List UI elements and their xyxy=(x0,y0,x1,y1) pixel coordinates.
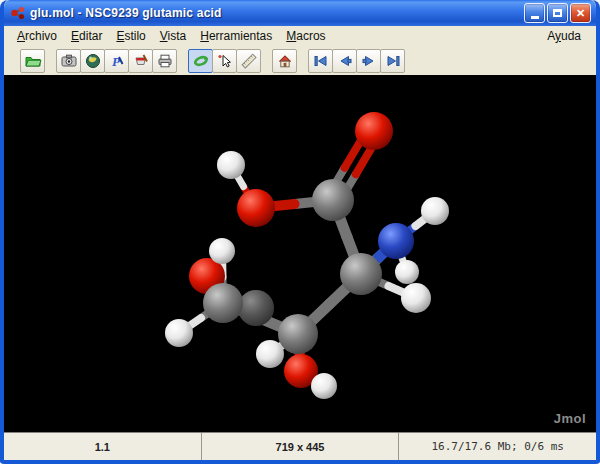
nav-next-button[interactable] xyxy=(356,49,381,73)
atom-o-o2[interactable] xyxy=(237,189,275,227)
nav-prev-icon xyxy=(336,52,354,70)
atom-h-h2[interactable] xyxy=(217,151,245,179)
rotate-icon xyxy=(192,52,210,70)
rotate-button[interactable] xyxy=(188,49,213,73)
menu-archivo[interactable]: Archivo xyxy=(10,28,64,44)
pick-icon xyxy=(216,52,234,70)
pick-button[interactable] xyxy=(212,49,237,73)
menu-ayuda[interactable]: Ayuda xyxy=(540,28,588,44)
nav-first-button[interactable] xyxy=(308,49,333,73)
menu-estilo[interactable]: Estilo xyxy=(109,28,152,44)
atom-n-n1[interactable] xyxy=(378,223,414,259)
minimize-icon xyxy=(531,16,539,19)
status-zoom: 1.1 xyxy=(4,433,202,460)
maximize-icon xyxy=(553,9,562,17)
status-bar: 1.1 719 x 445 16.7/17.6 Mb; 0/6 ms xyxy=(4,432,596,460)
atom-shadow xyxy=(238,290,274,326)
toolbar-group-2 xyxy=(188,49,261,73)
app-icon xyxy=(10,5,26,21)
print-icon xyxy=(156,52,174,70)
color-tool-button[interactable] xyxy=(128,49,153,73)
povray-export-button[interactable]: P xyxy=(104,49,129,73)
jmol-watermark: Jmol xyxy=(554,411,586,426)
camera-icon xyxy=(60,52,78,70)
jmol-window: glu.mol - NSC9239 glutamic acid ✕ Archiv… xyxy=(0,0,600,464)
povray-export-icon: P xyxy=(108,52,126,70)
open-folder-icon xyxy=(24,52,42,70)
atom-c-c5[interactable] xyxy=(203,283,243,323)
toolbar-group-4 xyxy=(308,49,405,73)
open-folder-button[interactable] xyxy=(20,49,45,73)
title-bar[interactable]: glu.mol - NSC9239 glutamic acid ✕ xyxy=(4,0,596,26)
measure-icon xyxy=(240,52,258,70)
toolbar-group-3 xyxy=(272,49,297,73)
nav-first-icon xyxy=(312,52,330,70)
atom-c-c2[interactable] xyxy=(340,253,382,295)
menu-vista[interactable]: Vista xyxy=(153,28,193,44)
atom-h-h2a[interactable] xyxy=(401,283,431,313)
atom-h-h5a[interactable] xyxy=(209,238,235,264)
close-button[interactable]: ✕ xyxy=(570,3,591,23)
menu-macros[interactable]: Macros xyxy=(279,28,332,44)
molecule-viewport[interactable]: Jmol xyxy=(4,75,596,432)
nav-last-icon xyxy=(384,52,402,70)
camera-button[interactable] xyxy=(56,49,81,73)
toolbar-group-0 xyxy=(20,49,45,73)
globe-button[interactable] xyxy=(80,49,105,73)
atom-h-hn2[interactable] xyxy=(395,260,419,284)
close-icon: ✕ xyxy=(576,7,585,20)
home-icon xyxy=(276,52,294,70)
atom-h-h6a[interactable] xyxy=(311,373,337,399)
status-memory: 16.7/17.6 Mb; 0/6 ms xyxy=(399,433,596,460)
nav-prev-button[interactable] xyxy=(332,49,357,73)
print-button[interactable] xyxy=(152,49,177,73)
atom-h-hn1[interactable] xyxy=(421,197,449,225)
status-dimensions: 719 x 445 xyxy=(202,433,400,460)
svg-text:P: P xyxy=(112,53,121,68)
menu-editar[interactable]: Editar xyxy=(64,28,109,44)
minimize-button[interactable] xyxy=(524,3,545,23)
nav-next-icon xyxy=(360,52,378,70)
home-button[interactable] xyxy=(272,49,297,73)
nav-last-button[interactable] xyxy=(380,49,405,73)
menu-bar: ArchivoEditarEstiloVistaHerramientasMacr… xyxy=(4,26,596,46)
globe-icon xyxy=(84,52,102,70)
atom-h-h3a[interactable] xyxy=(256,340,284,368)
menu-herramientas[interactable]: Herramientas xyxy=(193,28,279,44)
atom-h-h5b[interactable] xyxy=(165,319,193,347)
window-title: glu.mol - NSC9239 glutamic acid xyxy=(30,6,522,20)
measure-button[interactable] xyxy=(236,49,261,73)
maximize-button[interactable] xyxy=(547,3,568,23)
molecule-render xyxy=(4,75,596,432)
atom-c-c1[interactable] xyxy=(312,179,354,221)
atom-c-c3[interactable] xyxy=(278,314,318,354)
toolbar: P xyxy=(4,46,596,75)
toolbar-group-1: P xyxy=(56,49,177,73)
color-tool-icon xyxy=(132,52,150,70)
atom-o-o1[interactable] xyxy=(355,112,393,150)
